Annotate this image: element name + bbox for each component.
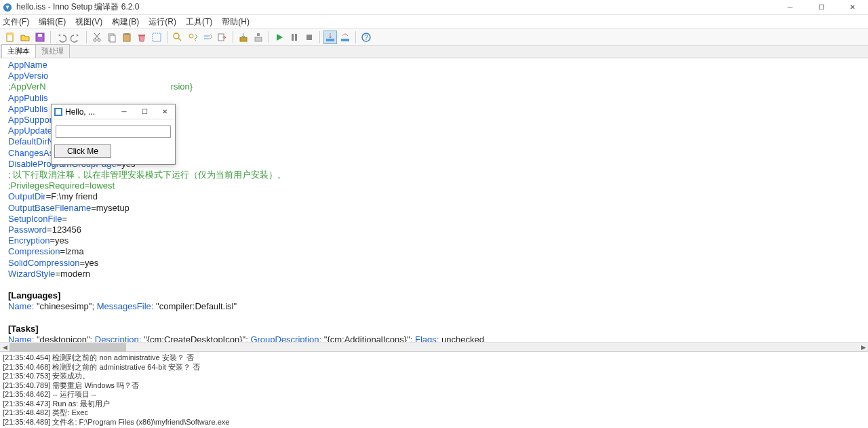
- document-tabs: 主脚本 预处理: [0, 46, 868, 58]
- tab-preprocess[interactable]: 预处理: [35, 44, 70, 58]
- menu-bar: 文件(F) 编辑(E) 视图(V) 构建(B) 运行(R) 工具(T) 帮助(H…: [0, 15, 868, 28]
- menu-file[interactable]: 文件(F): [3, 16, 29, 28]
- popup-minimize-button[interactable]: ─: [114, 104, 134, 119]
- cut-icon[interactable]: [90, 31, 104, 44]
- code-editor[interactable]: AppName AppVersio ;AppVerNrsion} AppPubl…: [0, 58, 868, 351]
- editor-area: AppName AppVersio ;AppVerNrsion} AppPubl…: [0, 58, 868, 351]
- popup-text-input[interactable]: [56, 125, 171, 138]
- tab-main-script[interactable]: 主脚本: [1, 44, 36, 58]
- step-into-icon[interactable]: [323, 31, 337, 44]
- svg-point-6: [98, 39, 100, 41]
- popup-app-icon: [54, 108, 62, 116]
- new-icon[interactable]: [3, 31, 17, 44]
- popup-titlebar[interactable]: Hello, ... ─ ☐ ✕: [52, 104, 175, 119]
- minimize-button[interactable]: ─: [774, 0, 806, 15]
- svg-rect-9: [123, 34, 130, 41]
- compile-icon[interactable]: [237, 31, 250, 44]
- stop-icon[interactable]: [302, 31, 316, 44]
- click-me-button[interactable]: Click Me: [54, 144, 111, 158]
- popup-maximize-button[interactable]: ☐: [134, 104, 155, 119]
- svg-point-13: [174, 33, 179, 39]
- window-title: hello.iss - Inno Setup 编译器 6.2.0: [16, 1, 774, 13]
- copy-icon[interactable]: [105, 31, 119, 44]
- step-over-icon[interactable]: [338, 31, 352, 44]
- svg-rect-22: [326, 39, 334, 41]
- delete-icon[interactable]: [135, 31, 149, 44]
- help-icon[interactable]: ?: [359, 31, 373, 44]
- menu-tools[interactable]: 工具(T): [186, 16, 212, 28]
- svg-rect-2: [7, 33, 13, 35]
- svg-text:?: ?: [364, 34, 368, 41]
- svg-rect-18: [257, 33, 260, 36]
- toolbar: ?: [0, 28, 868, 46]
- goto-icon[interactable]: [216, 31, 229, 44]
- svg-rect-11: [138, 35, 145, 36]
- scroll-left-icon[interactable]: ◀: [0, 343, 9, 352]
- title-bar: hello.iss - Inno Setup 编译器 6.2.0 ─ ☐ ✕: [0, 0, 868, 15]
- svg-rect-23: [341, 39, 349, 41]
- svg-rect-19: [292, 34, 294, 41]
- paste-icon[interactable]: [120, 31, 134, 44]
- popup-title: Hello, ...: [65, 107, 114, 117]
- svg-rect-10: [125, 33, 129, 35]
- open-icon[interactable]: [18, 31, 32, 44]
- close-button[interactable]: ✕: [837, 0, 868, 15]
- svg-rect-12: [153, 33, 161, 41]
- find-icon[interactable]: [171, 31, 184, 44]
- hello-popup: Hello, ... ─ ☐ ✕ Click Me: [51, 104, 176, 165]
- run-icon[interactable]: [273, 31, 286, 44]
- svg-rect-17: [255, 37, 262, 41]
- redo-icon[interactable]: [69, 31, 83, 44]
- menu-help[interactable]: 帮助(H): [222, 16, 250, 28]
- pause-icon[interactable]: [288, 31, 301, 44]
- svg-point-14: [189, 34, 193, 38]
- maximize-button[interactable]: ☐: [806, 0, 837, 15]
- svg-point-5: [94, 39, 96, 41]
- menu-run[interactable]: 运行(R): [149, 16, 176, 28]
- svg-rect-20: [295, 34, 297, 41]
- menu-view[interactable]: 视图(V): [75, 16, 102, 28]
- select-all-icon[interactable]: [150, 31, 163, 44]
- menu-edit[interactable]: 编辑(E): [39, 16, 66, 28]
- find-next-icon[interactable]: [186, 31, 199, 44]
- svg-rect-4: [38, 34, 42, 37]
- popup-close-button[interactable]: ✕: [155, 104, 175, 119]
- stop-compile-icon[interactable]: [252, 31, 265, 44]
- app-icon: [3, 3, 12, 12]
- scroll-right-icon[interactable]: ▶: [859, 343, 868, 352]
- svg-rect-16: [240, 37, 247, 41]
- scrollbar-thumb[interactable]: [9, 343, 126, 351]
- menu-build[interactable]: 构建(B): [112, 16, 139, 28]
- save-icon[interactable]: [33, 31, 47, 44]
- svg-rect-27: [56, 109, 61, 115]
- horizontal-scrollbar[interactable]: ◀ ▶: [0, 342, 868, 351]
- svg-rect-21: [307, 35, 312, 40]
- svg-rect-8: [110, 35, 115, 42]
- undo-icon[interactable]: [54, 31, 68, 44]
- replace-icon[interactable]: [201, 31, 214, 44]
- output-panel[interactable]: [21:35:40.454] 检测到之前的 non administrative…: [0, 351, 868, 428]
